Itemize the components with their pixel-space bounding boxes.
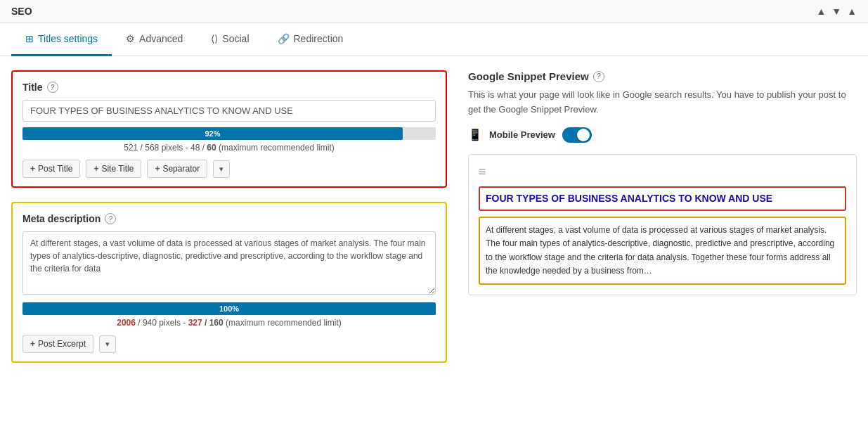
title-progress-label: 92% [205,129,220,138]
mobile-preview-label: Mobile Preview [489,129,555,140]
add-separator-button[interactable]: + Separator [147,160,207,178]
tab-titles[interactable]: ⊞ Titles settings [11,23,112,56]
snippet-card: ≡ FOUR TYPES OF BUSINESS ANALYTICS TO KN… [468,154,857,295]
mobile-device-icon: 📱 [468,128,482,141]
title-progress-normal: 521 / 568 pixels - 48 / [124,143,205,153]
meta-progress-info: 2006 / 940 pixels - 327 / 160 (maximum r… [22,318,436,328]
meta-pixels-used: 2006 [117,318,136,328]
meta-chars-used: 327 [188,318,202,328]
snippet-help-icon[interactable]: ? [593,71,604,82]
tabs-bar: ⊞ Titles settings ⚙ Advanced ⟨⟩ Social 🔗… [0,23,868,56]
post-excerpt-label: Post Excerpt [38,339,86,349]
title-chevron-button[interactable]: ▾ [213,160,230,178]
chevron-up-icon[interactable]: ▲ [816,6,826,17]
advanced-icon: ⚙ [126,33,135,44]
tab-advanced-label: Advanced [139,33,183,44]
snippet-card-body: At different stages, a vast volume of da… [479,217,846,285]
top-bar-controls: ▲ ▼ ▲ [816,6,857,17]
meta-progress-suffix: (maximum recommended limit) [226,318,342,328]
meta-chevron-button[interactable]: ▾ [99,335,116,353]
snippet-description: This is what your page will look like in… [468,88,857,117]
tab-redirection[interactable]: 🔗 Redirection [264,23,358,56]
redirection-icon: 🔗 [278,33,290,44]
tab-social-label: Social [222,33,249,44]
meta-help-icon[interactable]: ? [105,213,116,224]
title-help-icon[interactable]: ? [47,82,58,93]
meta-progress-wrap: 100% 2006 / 940 pixels - 327 / 160 (maxi… [22,302,436,328]
seo-title: SEO [11,6,32,17]
right-panel: Google Snippet Preview ? This is what yo… [447,70,857,363]
meta-chars-max: / 160 [205,318,224,328]
add-post-title-button[interactable]: + Post Title [22,160,80,178]
meta-section: Meta description ? At different stages, … [11,202,447,363]
plus-icon-4: + [30,339,35,349]
titles-icon: ⊞ [25,33,34,44]
title-label-text: Title [22,82,43,93]
meta-label-text: Meta description [22,213,101,224]
meta-progress-label: 100% [219,304,239,313]
chevron-down-icon[interactable]: ▼ [831,6,841,17]
title-input[interactable] [22,100,436,122]
title-progress-bar-inner: 92% [22,127,403,140]
tab-titles-label: Titles settings [38,33,98,44]
add-site-title-button[interactable]: + Site Title [86,160,141,178]
mobile-preview-toggle[interactable] [562,127,592,143]
meta-btn-row: + Post Excerpt ▾ [22,335,436,353]
title-btn-row: + Post Title + Site Title + Separator ▾ [22,160,436,178]
title-progress-wrap: 92% 521 / 568 pixels - 48 / 60 (maximum … [22,127,436,153]
toggle-knob [577,129,590,141]
meta-pixels-sep: / 940 pixels - [138,318,186,328]
left-panel: Title ? 92% 521 / 568 pixels - 48 / 60 (… [11,70,447,363]
tab-social[interactable]: ⟨⟩ Social [197,23,263,56]
tab-advanced[interactable]: ⚙ Advanced [112,23,197,56]
main-content: Title ? 92% 521 / 568 pixels - 48 / 60 (… [0,56,868,377]
top-bar: SEO ▲ ▼ ▲ [0,0,868,23]
title-progress-info: 521 / 568 pixels - 48 / 60 (maximum reco… [22,143,436,153]
snippet-preview-title: Google Snippet Preview ? [468,70,857,82]
snippet-card-icon: ≡ [479,165,846,179]
meta-progress-bar-inner: 100% [22,302,436,315]
social-icon: ⟨⟩ [211,33,218,44]
tab-redirection-label: Redirection [294,33,344,44]
snippet-card-title: FOUR TYPES OF BUSINESS ANALYTICS TO KNOW… [479,186,846,212]
meta-label: Meta description ? [22,213,436,224]
meta-textarea[interactable]: At different stages, a vast volume of da… [22,231,436,295]
add-post-excerpt-button[interactable]: + Post Excerpt [22,335,93,353]
post-title-label: Post Title [38,164,72,174]
expand-icon[interactable]: ▲ [847,6,857,17]
title-label: Title ? [22,82,436,93]
separator-label: Separator [162,164,200,174]
title-section: Title ? 92% 521 / 568 pixels - 48 / 60 (… [11,70,447,188]
snippet-lines-icon: ≡ [479,165,486,179]
mobile-preview-row: 📱 Mobile Preview [468,127,857,143]
meta-progress-bar-outer: 100% [22,302,436,315]
title-progress-suffix: (maximum recommended limit) [219,143,335,153]
plus-icon-2: + [93,164,98,174]
plus-icon: + [30,164,35,174]
site-title-label: Site Title [101,164,134,174]
snippet-title-text: Google Snippet Preview [468,70,589,82]
plus-icon-3: + [155,164,160,174]
title-progress-bar-outer: 92% [22,127,436,140]
title-progress-bold: 60 [207,143,216,153]
